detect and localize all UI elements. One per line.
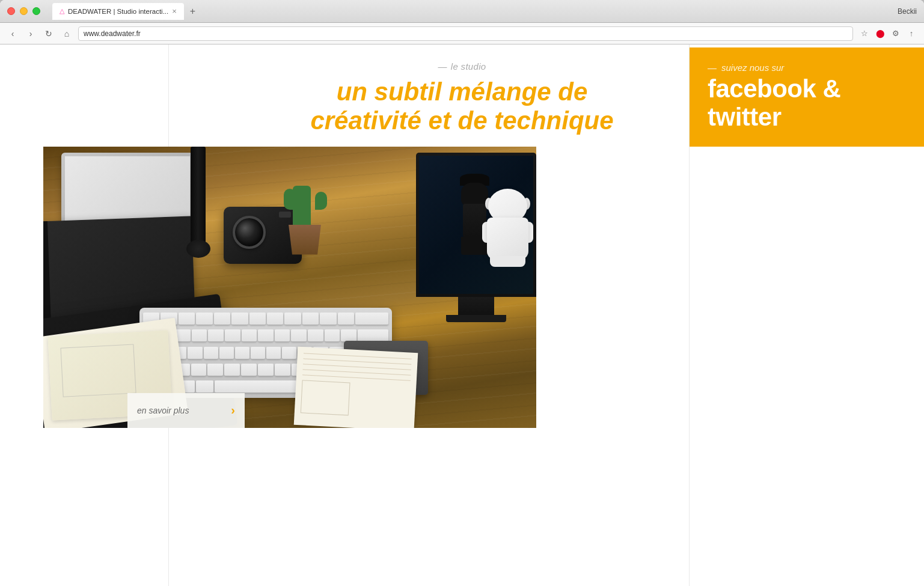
scene-overlay: [43, 147, 536, 428]
key: [224, 364, 240, 376]
pinterest-button[interactable]: ⬤: [874, 27, 887, 40]
key: [320, 313, 336, 325]
extensions-button[interactable]: ⚙: [889, 27, 902, 40]
key: [266, 347, 281, 359]
plant-pot: [287, 225, 323, 255]
social-dash: —: [708, 63, 717, 73]
back-button[interactable]: ‹: [6, 27, 19, 40]
social-sublabel-text: suivez nous sur: [721, 63, 784, 73]
pirate-head: [461, 183, 488, 207]
sketch-line: [303, 358, 411, 364]
sketch-line: [304, 353, 412, 359]
key: [308, 329, 323, 341]
tab-bar: △ DEADWATER | Studio interacti... × +: [52, 3, 893, 20]
tab-title: DEADWATER | Studio interacti...: [68, 8, 168, 15]
key: [225, 329, 240, 341]
key: [235, 347, 249, 359]
sketch-notes: [294, 346, 418, 427]
key: [355, 313, 388, 325]
page-content: —le studio un subtil mélange de créativi…: [0, 44, 924, 586]
key: [258, 329, 274, 341]
spacebar-key: [215, 380, 299, 392]
key: [275, 329, 290, 341]
key: [291, 329, 307, 341]
minimize-button[interactable]: [20, 7, 28, 15]
desk-scene: en savoir plus ›: [43, 147, 536, 428]
key: [302, 313, 319, 325]
key: [267, 313, 283, 325]
munny-legs: [490, 256, 525, 267]
cta-arrow-icon: ›: [231, 403, 235, 417]
cta-card[interactable]: en savoir plus ›: [127, 393, 245, 428]
key: [251, 347, 265, 359]
sketch-line: [303, 364, 411, 370]
key: [242, 329, 257, 341]
key: [284, 313, 301, 325]
cactus-body: [293, 186, 311, 228]
monitor-foot: [446, 315, 506, 322]
address-bar: ‹ › ↻ ⌂ www.deadwater.fr ☆ ⬤ ⚙ ↑: [0, 23, 924, 44]
key: [231, 313, 248, 325]
new-tab-button[interactable]: +: [186, 5, 199, 18]
studio-dash: —: [438, 61, 447, 72]
active-tab[interactable]: △ DEADWATER | Studio interacti... ×: [52, 3, 184, 20]
key: [325, 329, 340, 341]
key: [258, 364, 274, 376]
home-button[interactable]: ⌂: [60, 27, 73, 40]
social-sublabel: — suivez nous sur: [708, 63, 906, 73]
url-field[interactable]: www.deadwater.fr: [78, 26, 853, 41]
key: [249, 313, 266, 325]
key: [341, 329, 356, 341]
key: [219, 347, 234, 359]
tab-favicon: △: [60, 7, 64, 15]
sketch-line: [302, 374, 411, 380]
munny-figurine: [485, 189, 530, 267]
title-bar: △ DEADWATER | Studio interacti... × + Be…: [0, 0, 924, 23]
share-button[interactable]: ↑: [905, 27, 918, 40]
twitter-link[interactable]: twitter: [708, 103, 782, 131]
social-card[interactable]: — suivez nous sur facebook & twitter: [690, 47, 924, 147]
maximize-button[interactable]: [32, 7, 40, 15]
social-ampersand: &: [816, 75, 840, 103]
refresh-button[interactable]: ↻: [42, 27, 55, 40]
plant: [278, 177, 332, 255]
key: [282, 347, 296, 359]
tab-close-button[interactable]: ×: [172, 7, 177, 16]
key: [358, 329, 388, 341]
full-page: —le studio un subtil mélange de créativi…: [0, 44, 924, 586]
lamp-base: [186, 240, 210, 258]
forward-button[interactable]: ›: [24, 27, 37, 40]
browser-actions: ☆ ⬤ ⚙ ↑: [858, 27, 918, 40]
key: [241, 364, 257, 376]
monitor-stand: [458, 297, 494, 315]
camera-lens: [233, 216, 266, 249]
key: [214, 313, 230, 325]
cactus-arm-right: [315, 192, 327, 210]
key: [275, 364, 290, 376]
browser-window: △ DEADWATER | Studio interacti... × + Be…: [0, 0, 924, 586]
social-title: facebook & twitter: [708, 75, 906, 130]
user-label: Beckii: [898, 7, 917, 16]
studio-text: le studio: [451, 61, 486, 72]
cta-text: en savoir plus: [137, 406, 189, 415]
close-button[interactable]: [7, 7, 15, 15]
lamp-post: [191, 147, 206, 243]
key: [338, 313, 354, 325]
sketch-box: [301, 380, 350, 415]
sketchbook-spine: [43, 221, 51, 329]
bookmark-button[interactable]: ☆: [858, 27, 871, 40]
desk-background: [43, 147, 536, 428]
munny-body: [487, 218, 528, 260]
url-text: www.deadwater.fr: [84, 29, 141, 38]
traffic-lights: [7, 7, 40, 15]
facebook-link[interactable]: facebook: [708, 75, 816, 103]
sketch-line: [303, 369, 411, 375]
